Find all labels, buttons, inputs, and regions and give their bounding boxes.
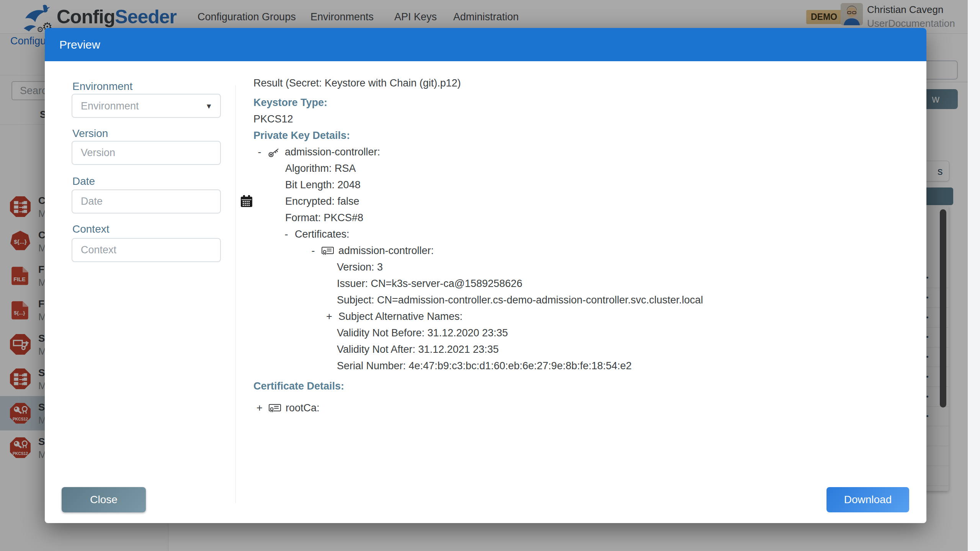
key-format: Format: PKCS#8: [253, 210, 912, 226]
private-key-details-heading: Private Key Details:: [253, 127, 912, 144]
cert-not-after: Validity Not After: 31.12.2021 23:35: [253, 341, 912, 358]
context-input[interactable]: [72, 238, 221, 262]
preview-result: Result (Secret: Keystore with Chain (git…: [253, 75, 912, 416]
modal-title: Preview: [59, 28, 100, 61]
divider: [235, 85, 236, 503]
modal-header: Preview: [45, 28, 926, 61]
expand-toggle[interactable]: +: [325, 308, 333, 325]
cert-version: Version: 3: [253, 259, 912, 276]
date-input[interactable]: [72, 189, 221, 214]
certificate-details-heading: Certificate Details:: [253, 378, 912, 395]
cert-serial: Serial Number: 4e:47:b9:c3:bc:d1:60:eb:6…: [253, 358, 912, 374]
cert-issuer: Issuer: CN=k3s-server-ca@1589258626: [253, 276, 912, 292]
collapse-toggle[interactable]: -: [309, 243, 317, 259]
certificate-icon: [269, 404, 281, 413]
collapse-toggle[interactable]: -: [283, 226, 290, 243]
san-node: + Subject Alternative Names:: [253, 308, 912, 325]
calendar-icon[interactable]: [240, 195, 253, 208]
keystore-type-value: PKCS12: [253, 111, 912, 127]
certificate-icon: [322, 246, 334, 256]
download-button[interactable]: Download: [826, 487, 909, 512]
result-title: Result (Secret: Keystore with Chain (git…: [253, 75, 912, 91]
root-ca-node: + rootCa:: [253, 400, 912, 416]
expand-toggle[interactable]: +: [256, 400, 263, 416]
date-label: Date: [72, 175, 95, 187]
version-label: Version: [72, 127, 108, 140]
cert-subject: Subject: CN=admission-controller.cs-demo…: [253, 292, 912, 308]
close-button[interactable]: Close: [62, 487, 146, 512]
key-bit-length: Bit Length: 2048: [253, 177, 912, 193]
environment-select[interactable]: Environment ▼: [72, 94, 221, 118]
certificate-node: - admission-controller:: [253, 243, 912, 259]
key-algorithm: Algorithm: RSA: [253, 160, 912, 177]
key-icon: [268, 146, 280, 158]
screen: ${...} FILE ${...}: [0, 0, 980, 551]
context-label: Context: [72, 223, 109, 235]
chevron-down-icon: ▼: [205, 102, 212, 111]
keystore-type-heading: Keystore Type:: [253, 95, 912, 111]
cert-not-before: Validity Not Before: 31.12.2020 23:35: [253, 325, 912, 341]
preview-modal: Preview Environment Environment ▼ Versio…: [45, 28, 926, 523]
version-input[interactable]: [72, 141, 221, 165]
key-encrypted: Encrypted: false: [253, 193, 912, 210]
certificates-node: - Certificates:: [253, 226, 912, 243]
environment-label: Environment: [72, 80, 132, 93]
collapse-toggle[interactable]: -: [256, 144, 263, 160]
page-scrollbar-track[interactable]: [968, 0, 980, 551]
private-key-node: - admission-controller:: [253, 144, 912, 160]
